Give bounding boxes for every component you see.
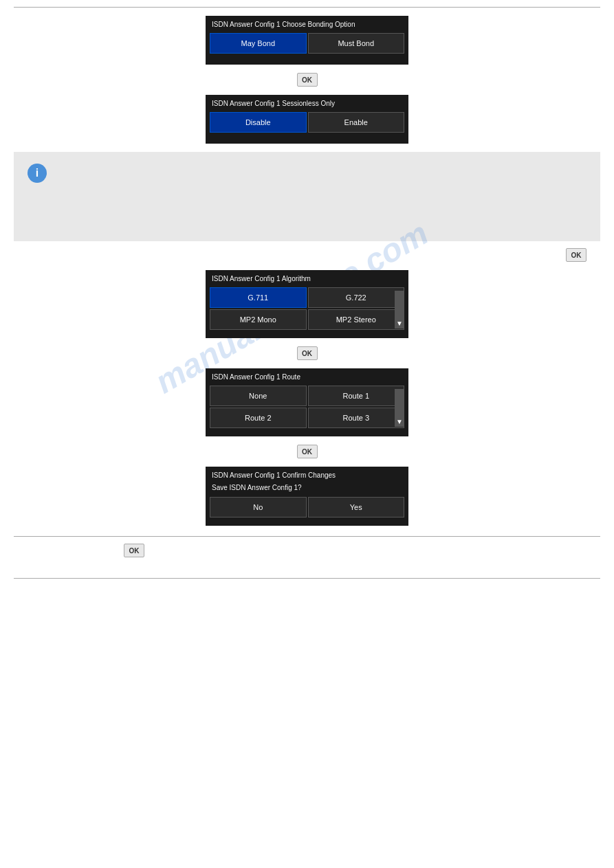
- ok4-wrapper: OK: [0, 445, 614, 458]
- route1-button[interactable]: Route 1: [308, 386, 405, 406]
- ok5-wrapper: OK: [124, 544, 614, 557]
- enable-button[interactable]: Enable: [308, 112, 405, 133]
- route2-button[interactable]: Route 2: [210, 408, 307, 428]
- bottom-rule: [14, 536, 600, 537]
- bonding-section: ISDN Answer Config 1 Choose Bonding Opti…: [0, 16, 614, 65]
- ok5-label: OK: [129, 547, 140, 555]
- bonding-dialog-buttons: May Bond Must Bond: [208, 30, 406, 56]
- confirm-dialog-title: ISDN Answer Config 1 Confirm Changes: [208, 469, 406, 481]
- route-scroll-indicator: ▼: [395, 389, 404, 427]
- bonding-dialog-title: ISDN Answer Config 1 Choose Bonding Opti…: [208, 19, 406, 30]
- confirm-dialog-question: Save ISDN Answer Config 1?: [208, 481, 406, 494]
- none-button[interactable]: None: [210, 386, 307, 406]
- mp2mono-button[interactable]: MP2 Mono: [210, 309, 307, 330]
- ok1-wrapper: OK: [0, 73, 614, 87]
- route-dialog-buttons: None Route 1 Route 2 Route 3 ▼: [208, 383, 406, 431]
- may-bond-button[interactable]: May Bond: [210, 33, 307, 54]
- disable-button[interactable]: Disable: [210, 112, 307, 133]
- ok4-icon[interactable]: OK: [297, 445, 318, 458]
- must-bond-button[interactable]: Must Bond: [308, 33, 405, 54]
- page-container: ISDN Answer Config 1 Choose Bonding Opti…: [0, 0, 614, 868]
- bonding-dialog: ISDN Answer Config 1 Choose Bonding Opti…: [206, 16, 408, 65]
- g711-button[interactable]: G.711: [210, 287, 307, 308]
- algorithm-dialog-title: ISDN Answer Config 1 Algorithm: [208, 273, 406, 285]
- mp2stereo-button[interactable]: MP2 Stereo: [308, 309, 405, 330]
- route-dialog-title: ISDN Answer Config 1 Route: [208, 371, 406, 383]
- confirm-section: ISDN Answer Config 1 Confirm Changes Sav…: [0, 467, 614, 526]
- ok2-icon[interactable]: OK: [566, 248, 586, 262]
- ok2-wrapper: OK: [0, 248, 600, 262]
- ok3-wrapper: OK: [0, 346, 614, 360]
- route-dialog: ISDN Answer Config 1 Route None Route 1 …: [206, 368, 408, 436]
- no-button[interactable]: No: [210, 497, 307, 518]
- sessionless-section: ISDN Answer Config 1 Sessionless Only Di…: [0, 95, 614, 144]
- g722-button[interactable]: G.722: [308, 287, 405, 308]
- info-box: i: [14, 152, 600, 241]
- top-rule: [14, 7, 600, 8]
- bottom-rule2: [14, 578, 600, 579]
- ok5-icon[interactable]: OK: [124, 544, 144, 557]
- sessionless-dialog-title: ISDN Answer Config 1 Sessionless Only: [208, 98, 406, 109]
- confirm-dialog-buttons: No Yes: [208, 494, 406, 520]
- ok1-label: OK: [302, 76, 312, 84]
- route-section: ISDN Answer Config 1 Route None Route 1 …: [0, 368, 614, 436]
- algorithm-dialog-buttons: G.711 G.722 MP2 Mono MP2 Stereo ▼: [208, 285, 406, 333]
- confirm-dialog: ISDN Answer Config 1 Confirm Changes Sav…: [206, 467, 408, 526]
- route-scroll-arrow-down: ▼: [396, 418, 403, 425]
- scroll-indicator: ▼: [395, 291, 404, 329]
- ok3-icon[interactable]: OK: [297, 346, 318, 360]
- algorithm-dialog: ISDN Answer Config 1 Algorithm G.711 G.7…: [206, 270, 408, 338]
- scroll-arrow-down: ▼: [396, 320, 403, 327]
- algorithm-section: ISDN Answer Config 1 Algorithm G.711 G.7…: [0, 270, 614, 338]
- info-icon: i: [28, 164, 47, 183]
- ok2-label: OK: [571, 252, 582, 259]
- ok3-label: OK: [302, 350, 312, 357]
- yes-button[interactable]: Yes: [308, 497, 405, 518]
- route3-button[interactable]: Route 3: [308, 408, 405, 428]
- ok1-icon[interactable]: OK: [297, 73, 318, 87]
- sessionless-dialog: ISDN Answer Config 1 Sessionless Only Di…: [206, 95, 408, 144]
- ok4-label: OK: [302, 448, 312, 456]
- sessionless-dialog-buttons: Disable Enable: [208, 109, 406, 135]
